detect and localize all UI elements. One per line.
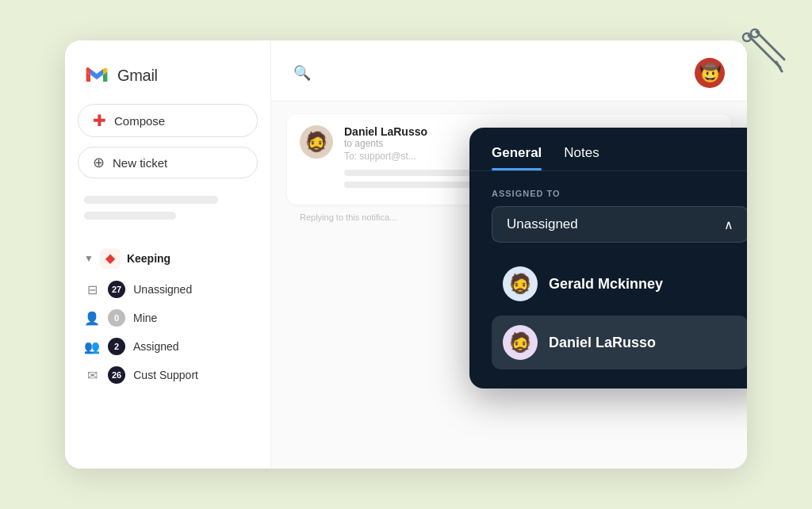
user-avatar[interactable]: 🤠: [695, 58, 725, 88]
new-ticket-label: New ticket: [113, 156, 167, 170]
compose-button[interactable]: ✚ Compose: [78, 104, 258, 137]
mine-badge: 0: [108, 309, 125, 327]
sidebar-item-assigned[interactable]: 👥 2 Assigned: [65, 332, 270, 361]
keeping-icon-wrapper: ◆: [100, 248, 121, 269]
sidebar-placeholders: [65, 196, 270, 228]
assigned-dropdown-value: Unassigned: [507, 216, 578, 232]
compose-icon: ✚: [93, 113, 106, 128]
person-icon: 👤: [84, 311, 100, 326]
agent-assignment-panel: General Notes ASSIGNED TO Unassigned ∧ 🧔…: [469, 128, 747, 388]
unassigned-badge: 27: [108, 281, 125, 298]
chevron-down-icon: ▼: [84, 253, 94, 264]
new-ticket-icon: ⊕: [93, 155, 105, 170]
placeholder-line-1: [84, 196, 218, 204]
gmail-title: Gmail: [117, 67, 158, 85]
keeping-section-header: ▼ ◆ Keeping: [65, 242, 270, 275]
unassigned-label: Unassigned: [133, 283, 192, 296]
search-icon: 🔍: [293, 64, 311, 82]
keeping-label: Keeping: [127, 252, 170, 265]
search-input[interactable]: [319, 59, 687, 87]
inbox-icon: ✉: [84, 368, 100, 383]
sidebar: Gmail ✚ Compose ⊕ New ticket ▼ ◆ Keeping…: [65, 40, 271, 469]
people-icon: 👥: [84, 339, 100, 354]
main-area: 🔍 🤠 🧔 Daniel LaRusso to agents To: suppo…: [271, 40, 747, 469]
scissors-pen-icon: [733, 24, 796, 87]
assigned-to-dropdown[interactable]: Unassigned ∧: [492, 206, 747, 243]
decorative-icons: [733, 24, 796, 90]
gerald-avatar: 🧔: [503, 266, 538, 301]
daniel-avatar: 🧔: [503, 325, 538, 360]
sidebar-item-unassigned[interactable]: ⊟ 27 Unassigned: [65, 275, 270, 304]
user-avatar-emoji: 🤠: [699, 63, 721, 83]
assigned-to-label: ASSIGNED TO: [492, 189, 747, 198]
mine-label: Mine: [133, 312, 157, 324]
panel-tabs: General Notes: [469, 128, 747, 171]
search-bar: 🔍 🤠: [271, 40, 747, 101]
cust-support-badge: 26: [108, 366, 125, 384]
panel-body: ASSIGNED TO Unassigned ∧ 🧔 Gerald Mckinn…: [469, 171, 747, 369]
gmail-logo-icon: [84, 63, 109, 88]
cust-support-label: Cust Support: [133, 369, 198, 381]
tab-notes[interactable]: Notes: [564, 145, 599, 170]
sidebar-item-mine[interactable]: 👤 0 Mine: [65, 304, 270, 332]
sidebar-item-cust-support[interactable]: ✉ 26 Cust Support: [65, 361, 270, 389]
gerald-name: Gerald Mckinney: [549, 276, 663, 293]
keeping-icon: ◆: [105, 251, 115, 266]
svg-line-1: [756, 32, 784, 59]
tab-general[interactable]: General: [492, 145, 542, 170]
assigned-badge: 2: [108, 338, 125, 355]
compose-label: Compose: [114, 114, 165, 128]
new-ticket-button[interactable]: ⊕ New ticket: [78, 147, 258, 178]
daniel-name: Daniel LaRusso: [549, 335, 656, 351]
chevron-up-icon: ∧: [724, 217, 733, 232]
agent-item-daniel[interactable]: 🧔 Daniel LaRusso: [492, 316, 747, 369]
email-sender-avatar: 🧔: [300, 125, 333, 159]
placeholder-line-2: [84, 212, 176, 220]
gmail-header: Gmail: [65, 63, 270, 104]
main-card: Gmail ✚ Compose ⊕ New ticket ▼ ◆ Keeping…: [65, 40, 747, 469]
agent-item-gerald[interactable]: 🧔 Gerald Mckinney: [492, 257, 747, 311]
assigned-label: Assigned: [133, 340, 179, 353]
layers-icon: ⊟: [84, 282, 100, 297]
